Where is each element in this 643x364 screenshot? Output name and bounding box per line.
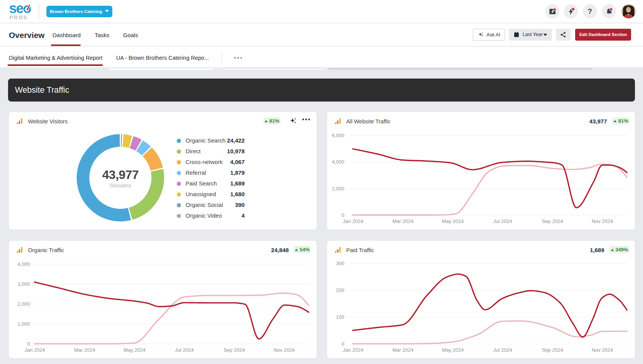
svg-text:Nov 2024: Nov 2024 [592,218,613,224]
svg-text:Jul 2024: Jul 2024 [493,218,512,224]
svg-text:Sep 2024: Sep 2024 [542,347,563,353]
svg-text:Jan 2024: Jan 2024 [25,347,45,353]
svg-text:200: 200 [336,287,344,293]
svg-text:May 2024: May 2024 [442,218,464,224]
svg-text:Nov 2024: Nov 2024 [273,347,295,353]
svg-text:Sep 2024: Sep 2024 [542,218,563,224]
svg-text:Jan 2024: Jan 2024 [343,218,363,224]
svg-text:0: 0 [342,212,344,218]
svg-text:2,000: 2,000 [17,301,30,307]
svg-text:1,000: 1,000 [17,321,30,327]
svg-text:Jul 2024: Jul 2024 [493,347,512,353]
svg-text:3,000: 3,000 [17,281,30,287]
svg-text:Jan 2024: Jan 2024 [343,347,363,353]
svg-text:0: 0 [27,341,30,347]
svg-text:May 2024: May 2024 [442,347,464,353]
svg-text:May 2024: May 2024 [123,347,145,353]
svg-text:Jul 2024: Jul 2024 [175,347,194,353]
svg-text:Mar 2024: Mar 2024 [74,347,95,353]
svg-text:0: 0 [342,341,344,347]
svg-text:100: 100 [336,314,344,320]
svg-text:4,000: 4,000 [17,261,30,267]
svg-text:Mar 2024: Mar 2024 [393,347,414,353]
svg-text:300: 300 [336,261,344,266]
svg-text:2,000: 2,000 [332,186,344,192]
svg-text:Nov 2024: Nov 2024 [592,347,613,353]
svg-text:Mar 2024: Mar 2024 [393,218,414,224]
svg-text:6,000: 6,000 [332,133,344,138]
svg-text:Sep 2024: Sep 2024 [224,347,245,353]
svg-text:4,000: 4,000 [332,159,344,165]
svg-text:PROS: PROS [10,15,28,20]
